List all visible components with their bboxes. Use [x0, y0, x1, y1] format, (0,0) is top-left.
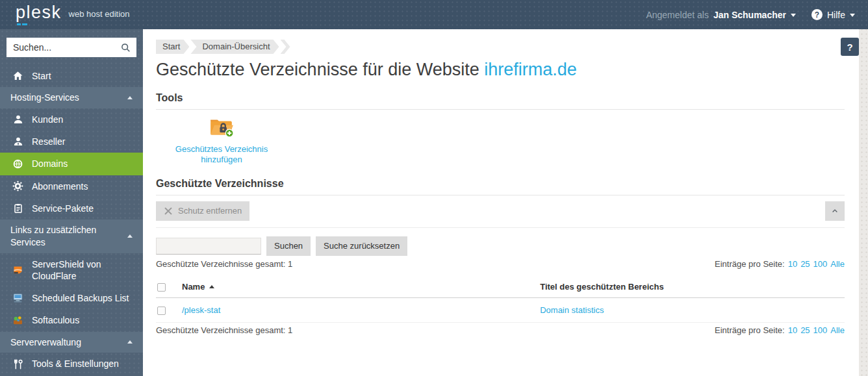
per-page-option-100[interactable]: 100 — [813, 325, 828, 335]
sidebar-item-label: Kunden — [32, 114, 63, 125]
main-content: ? Start Domain-Übersicht Geschützte Verz… — [143, 29, 859, 376]
per-page-label: Einträge pro Seite: — [715, 325, 785, 335]
add-protected-directory-label: Geschütztes Verzeichnis hinzufügen — [173, 144, 270, 166]
section-title: Serververwaltung — [10, 336, 81, 349]
sidebar-item-label: Softaculous — [32, 314, 79, 326]
sidebar-item-label: ServerShield von CloudFlare — [32, 258, 134, 282]
column-header-title: Titel des geschützten Bereichs — [537, 276, 845, 298]
chevron-up-icon — [127, 94, 133, 99]
sidebar-item-label: Scheduled Backups List — [32, 292, 129, 304]
sidebar-item-domains[interactable]: Domains — [0, 153, 143, 175]
help-label: Hilfe — [827, 10, 845, 20]
tools-heading: Tools — [156, 92, 845, 110]
gear-icon — [12, 181, 24, 192]
reseller-icon — [12, 136, 24, 147]
list-toolbar: Schutz entfernen — [156, 201, 845, 221]
user-name-label: Jan Schumacher — [713, 10, 786, 20]
folder-lock-add-icon — [209, 117, 234, 140]
backups-icon — [12, 293, 24, 303]
chevron-down-icon — [850, 14, 855, 19]
chevron-down-icon — [791, 14, 796, 19]
sidebar: Start Hosting-Services Kunden — [0, 29, 143, 376]
sidebar-item-servershield[interactable]: ServerShield von CloudFlare — [0, 253, 143, 287]
sidebar-search-input[interactable] — [13, 42, 121, 53]
select-all-checkbox[interactable] — [157, 283, 166, 292]
list-summary-bottom: Geschützte Verzeichnisse gesamt: 1 Eintr… — [156, 325, 845, 335]
table-row: /plesk-stat Domain statistics — [156, 297, 845, 322]
row-checkbox[interactable] — [157, 307, 166, 315]
breadcrumb-item-start[interactable]: Start — [156, 40, 189, 54]
sidebar-item-label: Tools & Einstellungen — [32, 358, 119, 370]
sidebar-item-label: Start — [32, 70, 51, 82]
sidebar-item-tools-einstellungen[interactable]: Tools & Einstellungen — [0, 353, 143, 375]
sidebar-item-service-pakete[interactable]: Service-Pakete — [0, 197, 143, 219]
per-page-option-25[interactable]: 25 — [800, 325, 810, 335]
help-menu[interactable]: ? Hilfe — [811, 9, 855, 20]
chevron-up-icon — [831, 207, 839, 215]
question-circle-icon: ? — [811, 9, 823, 20]
section-title: Hosting-Services — [10, 92, 79, 104]
signed-in-label: Angemeldet als — [646, 10, 709, 20]
directory-title-link[interactable]: Domain statistics — [540, 305, 604, 315]
sidebar-item-label: Abonnements — [32, 181, 88, 192]
per-page-option-25[interactable]: 25 — [800, 259, 810, 269]
collapse-search-button[interactable] — [825, 201, 845, 221]
sidebar-item-softaculous[interactable]: Softaculous — [0, 309, 143, 331]
per-page-control: Einträge pro Seite: 10 25 100 Alle — [715, 259, 845, 269]
table-header-row: Name Titel des geschützten Bereichs — [156, 276, 845, 298]
remove-protection-button[interactable]: Schutz entfernen — [156, 201, 249, 221]
sidebar-item-label: Service-Pakete — [32, 203, 94, 214]
total-count-label: Geschützte Verzeichnisse gesamt: 1 — [156, 259, 292, 269]
softaculous-icon — [12, 315, 24, 325]
sidebar-item-abonnements[interactable]: Abonnements — [0, 175, 143, 197]
search-icon[interactable] — [121, 43, 131, 53]
context-help-button[interactable]: ? — [841, 38, 859, 56]
page-title: Geschützte Verzeichnisse für die Website… — [156, 60, 845, 80]
sidebar-item-label: Domains — [32, 158, 68, 169]
cloudflare-icon — [12, 265, 24, 275]
topbar: plesk web host edition Angemeldet als Ja… — [0, 0, 868, 29]
add-protected-directory-button[interactable]: Geschütztes Verzeichnis hinzufügen — [173, 117, 270, 166]
tools-icon — [12, 359, 24, 370]
column-header-name[interactable]: Name — [182, 282, 214, 292]
service-plan-icon — [12, 203, 24, 214]
chevron-up-icon — [127, 232, 133, 238]
per-page-option-10[interactable]: 10 — [788, 325, 797, 335]
list-search-input[interactable] — [156, 238, 261, 255]
list-summary-top: Geschützte Verzeichnisse gesamt: 1 Eintr… — [156, 259, 845, 269]
reset-search-button[interactable]: Suche zurücksetzen — [316, 236, 407, 256]
divider — [156, 227, 845, 228]
sidebar-section-zusatz-services[interactable]: Links zu zusätzlichen Services — [0, 219, 143, 253]
filter-row: Suchen Suche zurücksetzen — [156, 236, 845, 256]
chevron-up-icon — [127, 338, 133, 344]
remove-x-icon — [164, 207, 173, 216]
per-page-option-alle[interactable]: Alle — [830, 325, 845, 335]
page-title-domain: ihrefirma.de — [484, 60, 577, 79]
globe-icon — [12, 158, 24, 169]
per-page-option-100[interactable]: 100 — [813, 259, 828, 269]
plesk-logo[interactable]: plesk — [16, 4, 62, 25]
sidebar-section-hosting-services[interactable]: Hosting-Services — [0, 87, 143, 108]
sort-ascending-icon — [209, 282, 214, 288]
section-title: Links zu zusätzlichen Services — [10, 224, 124, 249]
page-title-text: Geschützte Verzeichnisse für die Website — [156, 60, 479, 79]
home-icon — [12, 71, 24, 81]
sidebar-section-serververwaltung[interactable]: Serververwaltung — [0, 332, 143, 353]
per-page-option-alle[interactable]: Alle — [830, 259, 845, 269]
per-page-option-10[interactable]: 10 — [788, 259, 797, 269]
breadcrumb-item-current: Domain-Übersicht — [190, 40, 279, 54]
per-page-label: Einträge pro Seite: — [715, 259, 785, 269]
edition-label: web host edition — [69, 9, 130, 20]
search-button[interactable]: Suchen — [266, 236, 311, 256]
total-count-label: Geschützte Verzeichnisse gesamt: 1 — [156, 325, 292, 335]
breadcrumb: Start Domain-Übersicht — [156, 40, 845, 54]
sidebar-item-label: Reseller — [32, 136, 65, 147]
sidebar-item-start[interactable]: Start — [0, 65, 143, 87]
breadcrumb-tail — [281, 40, 290, 54]
sidebar-item-scheduled-backups[interactable]: Scheduled Backups List — [0, 287, 143, 309]
user-menu[interactable]: Jan Schumacher — [713, 10, 796, 20]
directory-name-link[interactable]: /plesk-stat — [182, 305, 220, 315]
column-header-name-label: Name — [182, 282, 205, 292]
sidebar-item-reseller[interactable]: Reseller — [0, 131, 143, 153]
sidebar-item-kunden[interactable]: Kunden — [0, 108, 143, 131]
